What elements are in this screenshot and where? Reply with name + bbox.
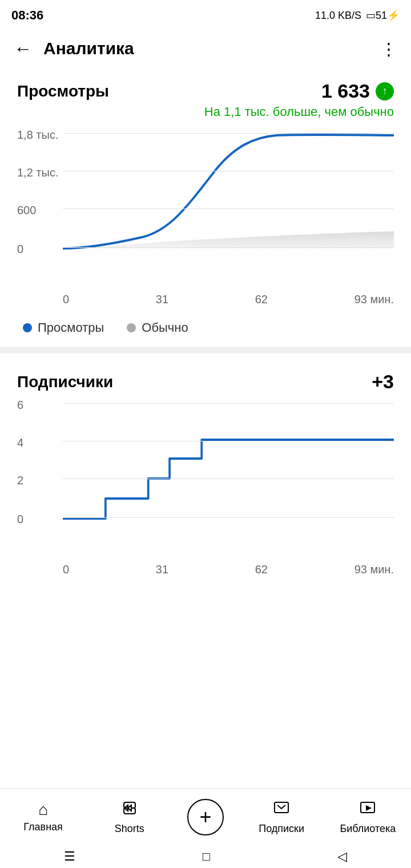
subscribers-chart-container: 6 4 2 0 0 31 62 93 мин. [17, 399, 394, 581]
home-icon: ⌂ [38, 801, 48, 819]
views-chart-svg [63, 128, 394, 254]
y-label-600: 600 [17, 204, 36, 217]
page-title: Аналитика [43, 39, 380, 58]
views-section: Просмотры 1 633 ↑ На 1,1 тыс. больше, че… [0, 69, 411, 341]
views-chart-container: 1,8 тыс. 1,2 тыс. 600 0 [17, 128, 394, 311]
svg-marker-2 [366, 805, 372, 811]
sys-menu-button[interactable]: ☰ [64, 849, 75, 864]
nav-shorts[interactable]: Shorts [101, 799, 158, 835]
y-label-1200: 1,2 тыс. [17, 166, 58, 179]
sub-x-label-31: 31 [156, 563, 168, 576]
status-bar: 08:36 11.0 KB/S ▭51⚡ [0, 0, 411, 29]
nav-add-button[interactable]: + [187, 799, 224, 835]
trend-up-icon: ↑ [376, 82, 394, 101]
subscribers-chart-area: 6 4 2 0 [17, 399, 394, 558]
sub-y-label-4: 4 [17, 436, 23, 449]
status-time: 08:36 [11, 8, 43, 23]
subscribers-chart-svg [63, 399, 394, 524]
nav-home[interactable]: ⌂ Главная [15, 801, 72, 833]
views-x-axis: 0 31 62 93 мин. [63, 293, 394, 306]
legend-views-label: Просмотры [38, 320, 104, 335]
add-icon: + [199, 805, 211, 829]
legend-normal: Обычно [127, 320, 188, 335]
x-label-62: 62 [255, 293, 268, 306]
nav-home-label: Главная [23, 821, 63, 833]
x-label-0: 0 [63, 293, 69, 306]
nav-subscriptions-label: Подписки [259, 823, 304, 835]
sub-x-label-93: 93 мин. [354, 563, 394, 576]
legend-normal-dot [127, 323, 136, 332]
sys-back-button[interactable]: ◁ [337, 849, 347, 864]
sys-home-button[interactable]: □ [203, 849, 210, 864]
views-title: Просмотры [17, 82, 109, 101]
views-legend: Просмотры Обычно [23, 320, 394, 335]
subscribers-title: Подписчики [17, 373, 113, 391]
views-chart-grid [63, 128, 394, 288]
x-label-31: 31 [156, 293, 168, 306]
views-header: Просмотры 1 633 ↑ [17, 80, 394, 102]
system-nav: ☰ □ ◁ [0, 845, 411, 868]
views-count: 1 633 [321, 80, 370, 102]
more-button[interactable]: ⋮ [380, 39, 397, 59]
section-divider [0, 347, 411, 353]
y-label-1800: 1,8 тыс. [17, 128, 58, 142]
svg-rect-0 [275, 802, 288, 813]
y-label-0: 0 [17, 243, 23, 256]
nav-library-label: Библиотека [340, 823, 396, 835]
sub-y-label-2: 2 [17, 474, 23, 487]
subscribers-x-axis: 0 31 62 93 мин. [63, 563, 394, 576]
subscribers-header: Подписчики +3 [17, 371, 394, 393]
sub-y-label-6: 6 [17, 399, 23, 412]
subscribers-chart-grid [63, 399, 394, 558]
views-chart-area: 1,8 тыс. 1,2 тыс. 600 0 [17, 128, 394, 288]
sub-x-label-0: 0 [63, 563, 69, 576]
legend-normal-label: Обычно [142, 320, 188, 335]
views-value-container: 1 633 ↑ [321, 80, 394, 102]
nav-subscriptions[interactable]: Подписки [253, 799, 310, 835]
bottom-nav: ⌂ Главная Shorts + Подписки Библиотека [0, 788, 411, 845]
sub-y-label-0: 0 [17, 513, 23, 526]
x-label-93: 93 мин. [354, 293, 394, 306]
status-right: 11.0 KB/S ▭51⚡ [315, 9, 400, 22]
shorts-icon [121, 799, 138, 821]
subscriptions-icon [273, 799, 290, 821]
top-bar: ← Аналитика ⋮ [0, 29, 411, 69]
nav-shorts-label: Shorts [115, 823, 144, 835]
network-speed: 11.0 KB/S [315, 10, 361, 22]
legend-views-dot [23, 323, 32, 332]
battery-indicator: ▭51⚡ [366, 9, 400, 22]
subscribers-value: +3 [372, 371, 394, 393]
nav-library[interactable]: Библиотека [339, 799, 396, 835]
views-subtitle: На 1,1 тыс. больше, чем обычно [17, 105, 394, 119]
library-icon [359, 799, 376, 821]
sub-x-label-62: 62 [255, 563, 268, 576]
legend-views: Просмотры [23, 320, 104, 335]
back-button[interactable]: ← [14, 38, 32, 59]
subscribers-section: Подписчики +3 6 4 2 0 0 [0, 359, 411, 587]
